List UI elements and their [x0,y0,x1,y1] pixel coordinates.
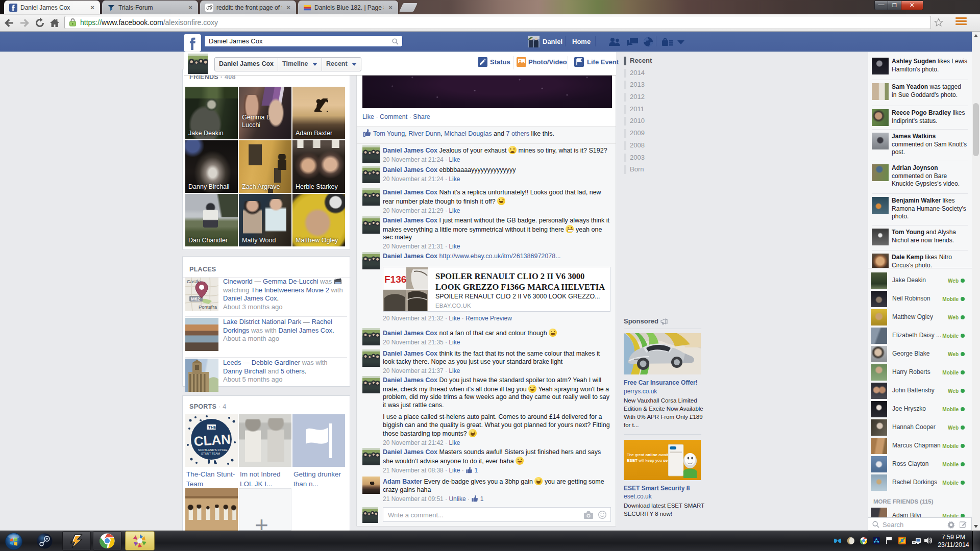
svg-text:Pontefra: Pontefra [199,304,217,310]
svg-text:CLAN: CLAN [193,431,231,449]
svg-text:F136: F136 [384,274,406,285]
svg-text:STUNT TEAM: STUNT TEAM [201,452,220,455]
svg-text:THE: THE [208,425,217,430]
svg-text:M62: M62 [191,296,200,302]
svg-text:SCOTLAND'S CYCLE: SCOTLAND'S CYCLE [198,448,228,452]
